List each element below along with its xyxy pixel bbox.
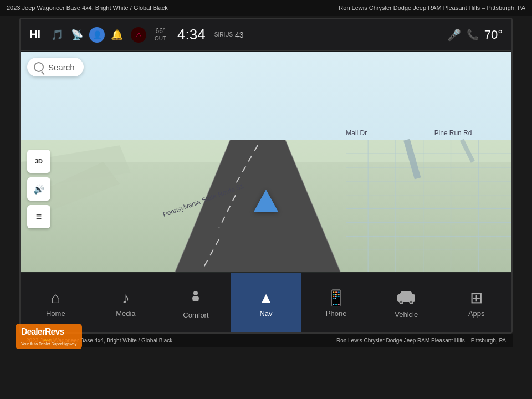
mic-icon[interactable]: 🎤: [447, 28, 461, 42]
vehicle-label: Vehicle: [395, 310, 418, 319]
divider: [437, 25, 437, 45]
nav-icon: ▲: [258, 290, 274, 306]
side-controls: 3D 🔊 ≡: [27, 150, 50, 228]
active-user-icon[interactable]: 👤: [89, 27, 105, 43]
top-bar-vehicle-title: 2023 Jeep Wagoneer Base 4x4, Bright Whit…: [7, 4, 168, 11]
map-area[interactable]: Mall Dr Pine Run Rd Pennsylvania State R…: [21, 51, 511, 273]
infotainment-screen: HI 🎵 📡 👤 🔔 ⚠ 66° OUT 4:34 SIRIUS 43 🎤 📞 …: [19, 18, 513, 334]
nav-item-apps[interactable]: ⊞ Apps: [441, 273, 511, 334]
map-svg: Mall Dr Pine Run Rd Pennsylvania State R…: [21, 51, 511, 273]
top-bar: 2023 Jeep Wagoneer Base 4x4, Bright Whit…: [0, 0, 532, 16]
menu-icon: ≡: [36, 211, 42, 223]
navigation-arrow: [254, 190, 278, 212]
watermark: DealerRevs .com Your Auto Dealer SuperHi…: [16, 324, 82, 349]
sirius-info: SIRIUS 43: [214, 30, 244, 39]
warning-icon: ⚠: [131, 27, 146, 43]
bell-icon: 🔔: [111, 29, 123, 41]
nav-item-media[interactable]: ♪ Media: [91, 273, 161, 334]
phone-nav-icon: 📱: [326, 290, 346, 306]
nav-item-phone[interactable]: 📱 Phone: [301, 273, 371, 334]
bottom-nav: ⌂ Home ♪ Media Comfort ▲ Nav: [21, 273, 511, 334]
clock-display: 4:34: [177, 26, 206, 43]
volume-button[interactable]: 🔊: [27, 177, 50, 201]
wifi-icon: 📡: [71, 29, 83, 41]
3d-view-button[interactable]: 3D: [27, 150, 50, 173]
svg-text:Pine Run Rd: Pine Run Rd: [434, 129, 472, 137]
nav-item-comfort[interactable]: Comfort: [161, 273, 231, 334]
svg-point-29: [193, 291, 198, 295]
svg-point-32: [410, 300, 413, 304]
search-icon: [34, 62, 44, 72]
vehicle-icon: [396, 290, 416, 307]
phone-label: Phone: [326, 309, 347, 318]
bottom-dealer-name: Ron Lewis Chrysler Dodge Jeep RAM Pleasa…: [336, 337, 506, 344]
home-label: Home: [46, 309, 65, 318]
screen-container: HI 🎵 📡 👤 🔔 ⚠ 66° OUT 4:34 SIRIUS 43 🎤 📞 …: [19, 18, 513, 347]
top-bar-dealer-name: Ron Lewis Chrysler Dodge Jeep RAM Pleasa…: [339, 4, 525, 11]
nav-label: Nav: [259, 309, 272, 318]
watermark-sub: Your Auto Dealer SuperHighway: [21, 342, 76, 346]
nav-item-vehicle[interactable]: Vehicle: [371, 273, 442, 334]
comfort-icon: [188, 289, 203, 308]
watermark-tagline: .com: [21, 337, 76, 342]
apps-label: Apps: [468, 309, 485, 318]
svg-point-31: [400, 300, 403, 304]
greeting-label: HI: [29, 28, 40, 41]
comfort-label: Comfort: [183, 311, 208, 319]
status-right: 🎤 📞 70°: [432, 25, 503, 45]
bottom-info-bar: 2023 Jeep Wagoneer Base 4x4, Bright Whit…: [19, 334, 513, 347]
music-icon: 🎵: [51, 29, 63, 41]
search-button[interactable]: Search: [27, 58, 84, 76]
nav-item-nav[interactable]: ▲ Nav: [231, 273, 301, 334]
outside-temp: 66° OUT: [155, 27, 166, 42]
cabin-temp: 70°: [484, 28, 503, 42]
media-label: Media: [116, 309, 135, 318]
3d-label: 3D: [35, 158, 43, 165]
watermark-logo: DealerRevs: [21, 327, 76, 337]
phone-icon[interactable]: 📞: [467, 29, 479, 41]
status-bar: HI 🎵 📡 👤 🔔 ⚠ 66° OUT 4:34 SIRIUS 43 🎤 📞 …: [21, 19, 511, 51]
home-icon: ⌂: [51, 290, 60, 306]
media-icon: ♪: [122, 290, 130, 306]
volume-icon: 🔊: [33, 184, 44, 195]
search-label: Search: [48, 63, 75, 72]
svg-text:Mall Dr: Mall Dr: [346, 129, 367, 137]
menu-button[interactable]: ≡: [27, 205, 50, 228]
apps-icon: ⊞: [470, 290, 483, 306]
